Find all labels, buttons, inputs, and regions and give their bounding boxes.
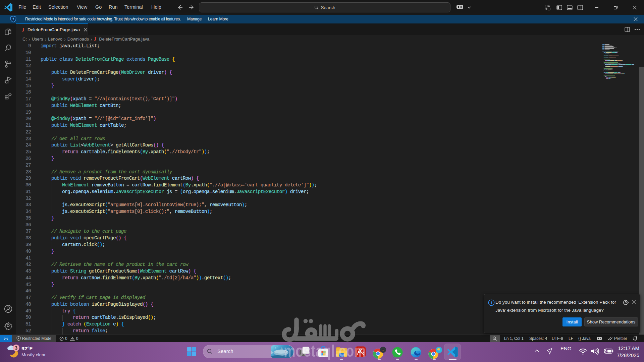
svg-text:3: 3 (15, 345, 17, 351)
